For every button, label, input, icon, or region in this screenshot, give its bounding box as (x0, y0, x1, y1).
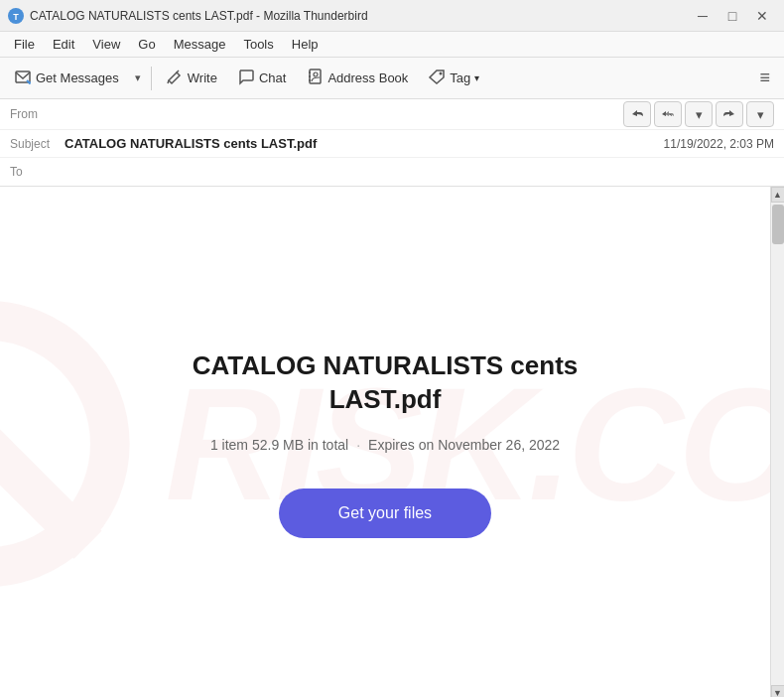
title-bar: T CATALOG NATURALISTS cents LAST.pdf - M… (0, 0, 784, 32)
chat-button[interactable]: Chat (229, 64, 294, 93)
svg-line-4 (177, 70, 179, 72)
close-button[interactable]: ✕ (748, 5, 776, 27)
transfer-meta: 1 item 52.9 MB in total · Expires on Nov… (147, 437, 623, 453)
window-title: CATALOG NATURALISTS cents LAST.pdf - Moz… (30, 9, 689, 23)
tag-label: Tag (450, 70, 470, 85)
minimize-button[interactable]: ─ (689, 5, 717, 27)
subject-label: Subject (10, 137, 65, 151)
transfer-title: CATALOG NATURALISTS cents LAST.pdf (147, 349, 623, 417)
to-label: To (10, 165, 65, 179)
from-row: From ▾ ▾ (0, 99, 784, 130)
toolbar-divider-1 (151, 67, 152, 90)
chat-label: Chat (259, 70, 286, 85)
toolbar: Get Messages ▾ Write Chat (0, 58, 784, 99)
write-button[interactable]: Write (158, 64, 225, 93)
write-icon (166, 68, 184, 89)
tag-dropdown-icon: ▾ (474, 72, 479, 83)
email-header: From ▾ ▾ Subject CATA (0, 99, 784, 187)
reply-button[interactable] (623, 101, 651, 127)
from-label: From (10, 107, 65, 121)
email-content-wrapper: RISK.COM CATALOG NATURALISTS cents LAST.… (0, 187, 784, 697)
transfer-card: CATALOG NATURALISTS cents LAST.pdf 1 ite… (87, 310, 683, 578)
forward-button[interactable] (716, 101, 743, 127)
subject-row: Subject CATALOG NATURALISTS cents LAST.p… (0, 130, 784, 158)
meta-items: 1 item 52.9 MB in total (210, 437, 348, 453)
scrollbar-thumb[interactable] (772, 205, 784, 244)
window-controls: ─ □ ✕ (689, 5, 776, 27)
get-messages-icon (14, 68, 32, 89)
toolbar-menu-button[interactable]: ≡ (751, 64, 778, 92)
scroll-down-button[interactable]: ▼ (771, 685, 785, 697)
menu-file[interactable]: File (6, 35, 43, 54)
scroll-up-button[interactable]: ▲ (771, 187, 785, 203)
vertical-scrollbar[interactable]: ▲ ▼ (770, 187, 784, 697)
menu-message[interactable]: Message (166, 35, 234, 54)
email-date: 11/19/2022, 2:03 PM (664, 137, 774, 151)
to-row: To (0, 158, 784, 186)
svg-point-11 (440, 72, 443, 75)
svg-text:T: T (13, 12, 19, 22)
write-label: Write (188, 70, 217, 85)
subject-value: CATALOG NATURALISTS cents LAST.pdf (65, 136, 664, 151)
menu-edit[interactable]: Edit (45, 35, 82, 54)
header-actions: ▾ ▾ (623, 101, 774, 127)
meta-separator: · (356, 437, 360, 453)
address-book-label: Address Book (327, 70, 408, 85)
menu-view[interactable]: View (84, 35, 128, 54)
email-body: RISK.COM CATALOG NATURALISTS cents LAST.… (0, 187, 770, 697)
menu-help[interactable]: Help (284, 35, 327, 54)
menu-tools[interactable]: Tools (235, 35, 281, 54)
tag-button[interactable]: Tag ▾ (420, 64, 487, 92)
maximize-button[interactable]: □ (719, 5, 746, 27)
svg-line-5 (168, 80, 169, 83)
app-icon: T (8, 8, 24, 24)
svg-point-10 (314, 72, 318, 76)
get-messages-button[interactable]: Get Messages (6, 64, 127, 93)
get-files-button[interactable]: Get your files (279, 488, 491, 538)
scrollbar-track[interactable] (771, 203, 785, 685)
menu-go[interactable]: Go (130, 35, 163, 54)
reply-dropdown[interactable]: ▾ (685, 101, 713, 127)
get-messages-label: Get Messages (36, 70, 119, 85)
more-actions-button[interactable]: ▾ (746, 101, 774, 127)
reply-all-button[interactable] (654, 101, 682, 127)
chat-icon (237, 68, 255, 89)
get-messages-dropdown[interactable]: ▾ (131, 68, 145, 88)
meta-expiry: Expires on November 26, 2022 (368, 437, 560, 453)
address-book-icon (306, 68, 324, 89)
tag-icon (428, 68, 446, 88)
address-book-button[interactable]: Address Book (298, 64, 416, 93)
menu-bar: File Edit View Go Message Tools Help (0, 32, 784, 58)
